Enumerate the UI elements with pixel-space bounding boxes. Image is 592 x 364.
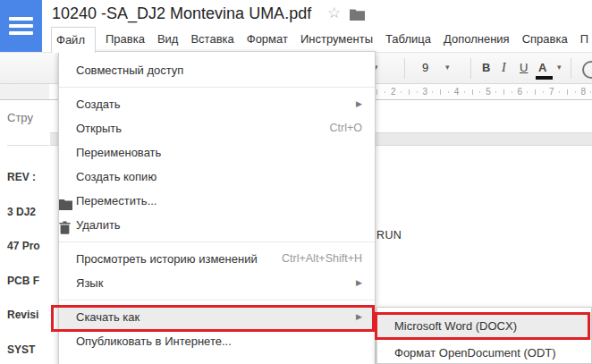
font-size-value[interactable]: 9 <box>422 61 428 74</box>
menu-item-label: Язык <box>76 271 103 295</box>
outline-item[interactable]: Revisi <box>7 309 40 323</box>
outline-item[interactable]: PCB F <box>7 275 40 289</box>
ruler-dot <box>512 91 512 93</box>
ruler-dot <box>575 91 576 93</box>
menubar-item-Правка[interactable]: Правка <box>99 27 151 52</box>
menu-item-label: Открыть <box>76 116 122 140</box>
font-size-dropdown-icon[interactable]: ▾ <box>445 63 450 72</box>
ruler-tick <box>376 89 377 95</box>
underline-button[interactable]: U <box>520 61 528 74</box>
outline-pane: Стру REV :3 DJ247 ProPCB FRevisiSYST <box>0 100 49 364</box>
toolbar-separator <box>404 58 405 79</box>
ruler-tick <box>440 89 441 95</box>
menu-item-просмотреть-историю-изменений[interactable]: Просмотреть историю измененийCtrl+Alt+Sh… <box>59 247 375 271</box>
ruler-left-corner <box>0 84 49 100</box>
star-icon[interactable]: ☆ <box>327 4 341 22</box>
logo-line <box>9 31 33 35</box>
document-title[interactable]: 10240 -SA_DJ2 Montevina UMA.pdf <box>52 4 311 23</box>
menu-item-удалить[interactable]: Удалить <box>59 213 375 237</box>
toolbar-separator <box>571 58 571 79</box>
submenu-item-microsoft-word-docx-[interactable]: Microsoft Word (DOCX) <box>377 313 591 340</box>
ruler-number: 6 <box>518 87 523 97</box>
menu-item-совместный-доступ[interactable]: Совместный доступ <box>59 58 375 82</box>
submenu-arrow-icon: ▶ <box>356 92 362 116</box>
ruler-number: 7 <box>549 87 554 97</box>
menu-item-label: Переместить... <box>76 189 156 213</box>
ruler-tick <box>567 89 568 95</box>
menubar-item-Справка[interactable]: Справка <box>516 27 574 52</box>
ruler-dot <box>401 91 402 93</box>
ruler-dot <box>448 91 449 93</box>
download-as-submenu: Microsoft Word (DOCX)Формат OpenDocument… <box>376 307 592 364</box>
text-color-dropdown-icon[interactable]: ▾ <box>557 63 562 72</box>
italic-button[interactable]: I <box>502 61 506 75</box>
menu-separator <box>59 300 375 301</box>
submenu-item-label: Microsoft Word (DOCX) <box>394 313 517 340</box>
menubar-item-Инструменты[interactable]: Инструменты <box>294 27 379 52</box>
menu-item-label: Создать копию <box>76 165 156 189</box>
toolbar-separator <box>470 58 471 79</box>
ruler-tick <box>409 89 410 95</box>
ruler-number: 2 <box>391 87 396 97</box>
outline-header: Стру <box>7 111 33 124</box>
ruler-dot <box>464 91 465 93</box>
ruler-tick <box>472 89 473 95</box>
text-color-swatch <box>536 76 553 80</box>
docs-logo-icon[interactable] <box>0 0 42 52</box>
ruler-dot <box>559 91 560 93</box>
menu-shortcut: Ctrl+O <box>330 116 362 140</box>
ruler-number: 4 <box>454 87 460 97</box>
menu-item-label: Переименовать <box>76 140 161 165</box>
menu-item-label: Удалить <box>76 213 121 237</box>
ruler-dot <box>479 91 480 93</box>
menu-item-переместить-[interactable]: Переместить... <box>59 189 375 213</box>
menubar-item-Файл[interactable]: Файл <box>51 27 96 53</box>
ruler-dot <box>543 91 544 93</box>
submenu-arrow-icon: ▶ <box>356 305 362 329</box>
google-docs-window: 10240 -SA_DJ2 Montevina UMA.pdf ☆ ФайлПр… <box>0 0 592 364</box>
menu-separator <box>59 87 375 88</box>
menubar-item-Вставка[interactable]: Вставка <box>184 27 240 52</box>
menu-item-язык[interactable]: Язык▶ <box>59 271 375 295</box>
ruler-dot <box>590 91 591 93</box>
bold-button[interactable]: B <box>482 61 490 74</box>
menu-item-создать-копию[interactable]: Создать копию <box>59 165 375 189</box>
menubar-item-П[interactable]: П <box>574 27 592 52</box>
outline-item[interactable]: REV : <box>7 171 40 185</box>
outline-item[interactable]: 47 Pro <box>7 240 40 254</box>
ruler-tick <box>503 89 504 95</box>
ruler-dot <box>495 91 496 93</box>
ruler-number: 5 <box>486 87 491 97</box>
text-color-button[interactable]: A <box>538 61 546 74</box>
menu-item-переименовать[interactable]: Переименовать <box>59 140 375 165</box>
ruler-number: 3 <box>422 87 427 97</box>
move-to-folder-icon[interactable] <box>350 8 365 24</box>
ruler-dot <box>385 91 385 93</box>
ruler-dot <box>432 91 433 93</box>
menu-item-label: Совместный доступ <box>76 58 183 82</box>
menubar-item-Формат[interactable]: Формат <box>241 27 294 52</box>
folder-icon <box>59 194 72 207</box>
logo-line <box>9 17 33 21</box>
ruler-dot <box>527 91 528 93</box>
menu-item-label: Скачать как <box>76 305 140 329</box>
menu-shortcut: Ctrl+Alt+Shift+H <box>282 247 362 271</box>
file-menu-dropdown: Совместный доступСоздать▶ОткрытьCtrl+OПе… <box>58 51 376 364</box>
menu-item-label: Опубликовать в Интернете... <box>76 329 232 353</box>
menubar-item-Дополнения[interactable]: Дополнения <box>437 27 516 52</box>
outline-separator <box>7 145 49 146</box>
menubar-item-Таблица[interactable]: Таблица <box>379 27 437 52</box>
menu-item-опубликовать-в-интернете-[interactable]: Опубликовать в Интернете... <box>59 329 375 353</box>
menu-item-label: Просмотреть историю изменений <box>76 247 258 271</box>
link-icon[interactable] <box>582 61 592 79</box>
outline-item[interactable]: SYST <box>7 343 40 358</box>
submenu-item-формат-opendocument-odt-[interactable]: Формат OpenDocument (ODT) <box>377 340 591 364</box>
outline-item[interactable]: 3 DJ2 <box>7 206 40 220</box>
menu-item-открыть[interactable]: ОткрытьCtrl+O <box>59 116 375 140</box>
ruler-tick <box>535 89 536 95</box>
menu-separator <box>59 241 375 242</box>
menubar-item-Вид[interactable]: Вид <box>151 27 185 52</box>
menu-item-создать[interactable]: Создать▶ <box>59 92 375 116</box>
menu-item-скачать-как[interactable]: Скачать как▶ <box>59 305 375 329</box>
trash-icon <box>59 218 72 232</box>
